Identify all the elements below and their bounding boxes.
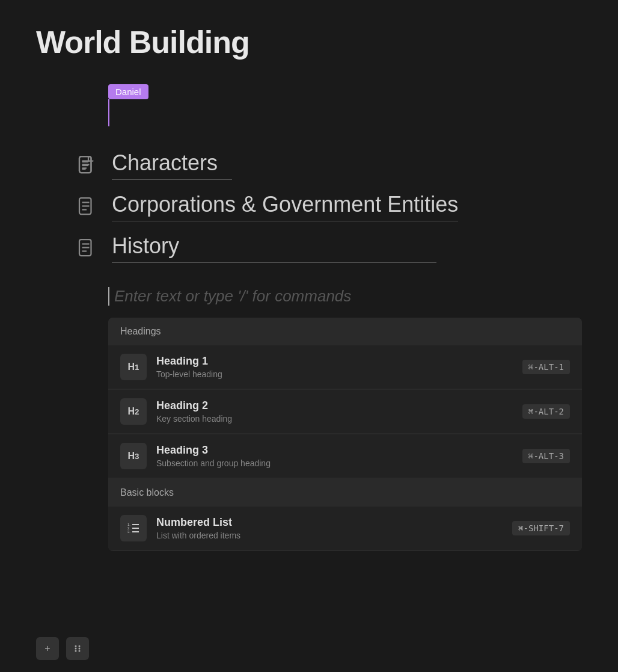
command-item-content-numbered-list: Numbered List List with ordered items xyxy=(156,516,512,540)
add-button[interactable]: + xyxy=(36,637,59,660)
command-item-desc-h2: Key section heading xyxy=(156,414,522,424)
svg-point-23 xyxy=(79,646,81,647)
command-item-shortcut-h1: ⌘-ALT-1 xyxy=(522,360,570,374)
doc-item-characters[interactable]: Characters xyxy=(72,144,582,186)
command-item-desc-h3: Subsection and group heading xyxy=(156,458,522,468)
h1-icon: H1 xyxy=(120,354,147,380)
cursor-line xyxy=(108,99,109,126)
doc-item-history[interactable]: History xyxy=(72,227,582,269)
section-header-headings: Headings xyxy=(108,318,582,345)
command-item-title-h3: Heading 3 xyxy=(156,444,522,457)
command-item-content-h3: Heading 3 Subsection and group heading xyxy=(156,444,522,468)
command-item-desc-numbered-list: List with ordered items xyxy=(156,531,512,540)
command-item-title-numbered-list: Numbered List xyxy=(156,516,512,529)
command-item-desc-h1: Top-level heading xyxy=(156,369,522,379)
command-item-h2[interactable]: H2 Heading 2 Key section heading ⌘-ALT-2 xyxy=(108,390,582,433)
svg-point-26 xyxy=(75,650,77,652)
editor-placeholder[interactable]: Enter text or type '/' for commands xyxy=(108,287,582,306)
cursor-indicator: Daniel xyxy=(108,84,148,126)
command-menu: Headings H1 Heading 1 Top-level heading … xyxy=(108,318,582,551)
numbered-list-icon: 1. 2. 3. xyxy=(120,515,147,541)
document-icon-2 xyxy=(72,193,101,221)
command-item-h1[interactable]: H1 Heading 1 Top-level heading ⌘-ALT-1 xyxy=(108,345,582,389)
command-item-shortcut-h3: ⌘-ALT-3 xyxy=(522,449,570,463)
drag-button[interactable] xyxy=(66,637,89,660)
command-item-numbered-list[interactable]: 1. 2. 3. Numbered List List with ordered… xyxy=(108,507,582,550)
doc-item-text-history: History xyxy=(112,233,436,263)
doc-item-corporations[interactable]: Corporations & Government Entities xyxy=(72,186,582,227)
command-item-h3[interactable]: H3 Heading 3 Subsection and group headin… xyxy=(108,434,582,478)
section-header-basic-blocks: Basic blocks xyxy=(108,479,582,507)
command-item-title-h2: Heading 2 xyxy=(156,399,522,412)
doc-items-list: Characters Corporations & Government Ent… xyxy=(72,144,582,269)
command-item-shortcut-h2: ⌘-ALT-2 xyxy=(522,404,570,419)
command-item-title-h1: Heading 1 xyxy=(156,355,522,368)
document-icon-3 xyxy=(72,234,101,263)
svg-point-27 xyxy=(79,650,81,652)
svg-point-24 xyxy=(75,648,77,650)
doc-item-text-corporations: Corporations & Government Entities xyxy=(112,192,458,221)
svg-text:3.: 3. xyxy=(127,530,130,534)
svg-point-25 xyxy=(79,648,81,650)
h2-icon: H2 xyxy=(120,398,147,425)
bottom-toolbar: + xyxy=(36,637,89,660)
doc-item-text-characters: Characters xyxy=(112,150,232,180)
document-icon xyxy=(72,151,101,180)
cursor-label: Daniel xyxy=(108,84,148,99)
svg-point-22 xyxy=(75,646,77,647)
page-title: World Building xyxy=(0,0,618,72)
command-item-content-h2: Heading 2 Key section heading xyxy=(156,399,522,424)
command-item-shortcut-numbered-list: ⌘-SHIFT-7 xyxy=(512,521,570,535)
command-item-content-h1: Heading 1 Top-level heading xyxy=(156,355,522,379)
h3-icon: H3 xyxy=(120,443,147,469)
